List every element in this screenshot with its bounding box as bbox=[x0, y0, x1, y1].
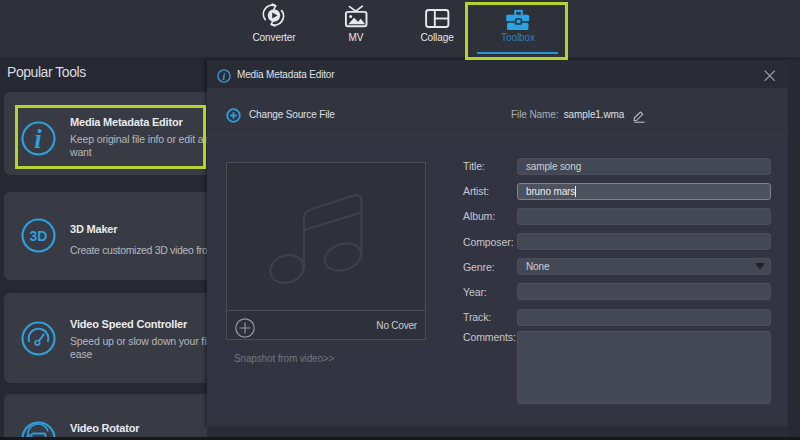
svg-text:i: i bbox=[223, 71, 226, 82]
svg-text:3D: 3D bbox=[30, 228, 48, 244]
